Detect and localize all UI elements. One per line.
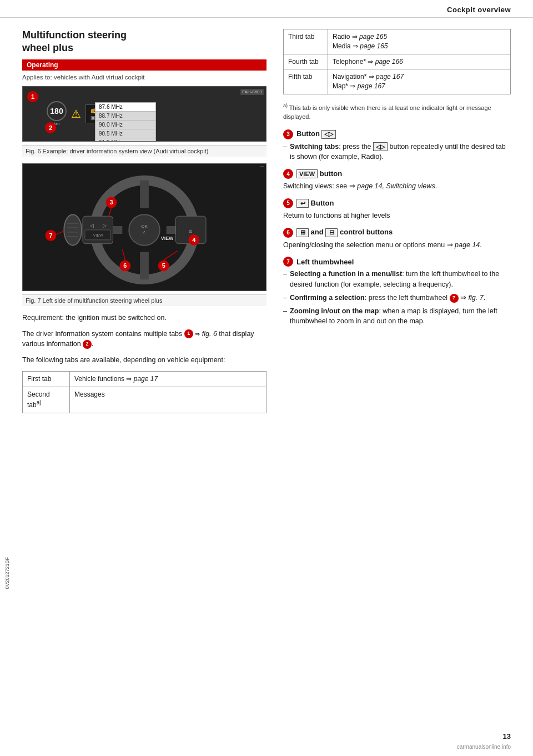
dropdown-item-2: 88.7 MHz xyxy=(95,112,155,121)
svg-text:3: 3 xyxy=(109,199,113,206)
circle-4: 4 xyxy=(283,169,293,179)
circle-7-inline: 7 xyxy=(450,294,459,303)
svg-text:▷: ▷ xyxy=(103,223,107,228)
tab-button-kbd: ◁▷ xyxy=(373,142,388,151)
page-footer: 13 xyxy=(503,732,511,740)
svg-text:VIEW: VIEW xyxy=(161,236,174,241)
steering-wheel-container: OK ✓ ◁ ▷ VIEW ⊡ xyxy=(22,163,266,291)
dropdown-item-4: 90.5 MHz xyxy=(95,129,155,138)
steering-wheel-svg: OK ✓ ◁ ▷ VIEW ⊡ xyxy=(23,164,266,291)
list-item: Selecting a function in a menu/list: tur… xyxy=(283,269,511,290)
operating-badge: Operating xyxy=(22,59,266,71)
svg-text:◁: ◁ xyxy=(90,223,94,228)
svg-text:5: 5 xyxy=(162,262,165,269)
instrument-cluster-image: 1 180 km ⚠ xyxy=(22,86,266,142)
svg-text:7: 7 xyxy=(49,232,52,239)
instrument-cluster-container: 1 180 km ⚠ xyxy=(22,86,266,142)
svg-point-16 xyxy=(64,214,82,246)
cockpit-overview-title: Cockpit overview xyxy=(447,6,511,14)
view-button-kbd: VIEW xyxy=(296,169,318,178)
warning-icon: ⚠ xyxy=(71,107,81,121)
sidebar-label: 8V2012721BF xyxy=(4,557,10,589)
section-5: 5 ↩ Button Return to functions at higher… xyxy=(283,198,511,221)
section-heading: Multifunction steering wheel plus xyxy=(22,29,266,55)
watermark: carmanualsonline.info xyxy=(457,742,511,750)
para2: The driver information system contains m… xyxy=(22,329,266,350)
dropdown-panel: 87.6 MHz 88.7 MHz 90.0 MHz 90.5 MHz 91.5… xyxy=(95,102,156,142)
section-3-bullets: Switching tabs: press the ◁▷ button repe… xyxy=(283,142,511,163)
list-item: Switching tabs: press the ◁▷ button repe… xyxy=(283,142,511,163)
steering-badge-code xyxy=(260,166,264,167)
dropdown-item-1: 87.6 MHz xyxy=(95,103,155,112)
section-6-title: 6 ⊞ and ⊟ control buttons xyxy=(283,228,511,238)
section-4: 4 VIEW button Switching views: see ⇒ pag… xyxy=(283,169,511,192)
circle-5: 5 xyxy=(283,198,293,208)
back-button-kbd: ↩ xyxy=(296,199,309,208)
dropdown-item-3: 90.0 MHz xyxy=(95,121,155,129)
page-header: Cockpit overview xyxy=(0,0,533,18)
section-4-body: Switching views: see ⇒ page 14, Switchin… xyxy=(283,181,511,192)
svg-text:4: 4 xyxy=(192,237,195,243)
left-column: Multifunction steering wheel plus Operat… xyxy=(22,29,266,419)
para3: The following tabs are available, depend… xyxy=(22,355,266,366)
tabs-table-left: First tab Vehicle functions ⇒ page 17 Se… xyxy=(22,371,266,413)
para1: Requirement: the ignition must be switch… xyxy=(22,313,266,323)
section-5-title: 5 ↩ Button xyxy=(283,198,511,208)
circle-badge-1: 1 xyxy=(27,91,38,102)
open-btn-kbd: ⊞ xyxy=(296,228,309,237)
page-number: 13 xyxy=(503,732,511,740)
circle-badge-2: 2 xyxy=(45,122,56,133)
footnote-a: a) This tab is only visible when there i… xyxy=(283,102,511,122)
svg-text:✓: ✓ xyxy=(143,230,147,235)
speed-value: 180 xyxy=(50,107,63,116)
circle-1-inline: 1 xyxy=(184,329,193,338)
section-3-title: 3 Button ◁▷ xyxy=(283,129,511,139)
close-btn-kbd: ⊟ xyxy=(325,228,338,237)
circle-7: 7 xyxy=(283,257,293,267)
section-6: 6 ⊞ and ⊟ control buttons Opening/closin… xyxy=(283,228,511,251)
page-container: Cockpit overview Multifunction steering … xyxy=(0,0,533,756)
section-7-title: 7 Left thumbwheel xyxy=(283,257,511,267)
table-row: First tab Vehicle functions ⇒ page 17 xyxy=(23,371,266,387)
svg-text:⊡: ⊡ xyxy=(189,229,193,234)
section-7-bullets: Selecting a function in a menu/list: tur… xyxy=(283,269,511,327)
section-7: 7 Left thumbwheel Selecting a function i… xyxy=(283,257,511,327)
svg-text:OK: OK xyxy=(141,224,148,229)
table-row: Fourth tab Telephone* ⇒ page 166 xyxy=(284,54,511,69)
cluster-badge-code: FAH-8603 xyxy=(240,89,264,95)
table-row: Fifth tab Navigation* ⇒ page 167Map* ⇒ p… xyxy=(284,69,511,94)
tabs-table-right: Third tab Radio ⇒ page 165Media ⇒ page 1… xyxy=(283,29,511,94)
section-4-title: 4 VIEW button xyxy=(283,169,511,179)
fig6-caption: Fig. 6 Example: driver information syste… xyxy=(22,145,266,157)
button-tab-icon: ◁▷ xyxy=(321,130,336,139)
table-row: Third tab Radio ⇒ page 165Media ⇒ page 1… xyxy=(284,29,511,54)
dropdown-item-5: 91.5 MHz xyxy=(95,138,155,142)
svg-text:6: 6 xyxy=(123,262,127,269)
list-item: Confirming a selection: press the left t… xyxy=(283,293,511,303)
section-3: 3 Button ◁▷ Switching tabs: press the ◁▷… xyxy=(283,129,511,163)
section-5-body: Return to functions at higher levels xyxy=(283,211,511,221)
svg-text:VIEW: VIEW xyxy=(93,233,103,237)
circle-2-inline: 2 xyxy=(83,340,92,349)
list-item: Zooming in/out on the map: when a map is… xyxy=(283,306,511,327)
section-6-body: Opening/closing the selection menu or op… xyxy=(283,240,511,251)
table-row: Secondtaba) Messages xyxy=(23,387,266,413)
circle-6: 6 xyxy=(283,228,293,238)
applies-text: Applies to: vehicles with Audi virtual c… xyxy=(22,74,266,81)
fig7-caption: Fig. 7 Left side of multifunction steeri… xyxy=(22,294,266,306)
main-content: Multifunction steering wheel plus Operat… xyxy=(0,18,533,430)
right-column: Third tab Radio ⇒ page 165Media ⇒ page 1… xyxy=(283,29,511,419)
circle-3: 3 xyxy=(283,129,293,139)
steering-wheel-image: OK ✓ ◁ ▷ VIEW ⊡ xyxy=(22,163,266,291)
